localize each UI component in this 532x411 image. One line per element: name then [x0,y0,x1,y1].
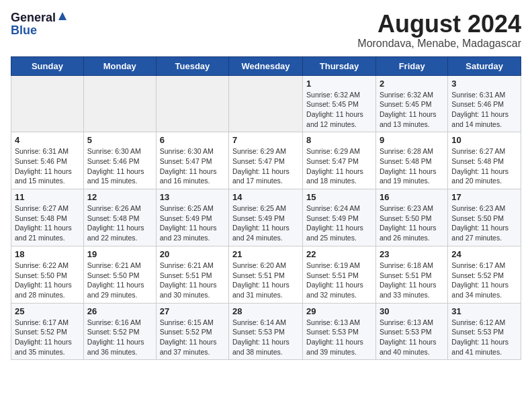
logo: General Blue [11,11,68,37]
day-number: 24 [451,249,517,259]
day-cell: 8Sunrise: 6:29 AM Sunset: 5:47 PM Daylig… [303,132,376,189]
day-info: Sunrise: 6:17 AM Sunset: 5:52 PM Dayligh… [15,318,80,357]
day-number: 21 [232,249,299,259]
day-cell: 12Sunrise: 6:26 AM Sunset: 5:48 PM Dayli… [83,189,156,246]
day-info: Sunrise: 6:30 AM Sunset: 5:47 PM Dayligh… [160,146,225,186]
day-info: Sunrise: 6:17 AM Sunset: 5:52 PM Dayligh… [451,261,517,300]
calendar-table: SundayMondayTuesdayWednesdayThursdayFrid… [11,56,521,361]
day-cell: 9Sunrise: 6:28 AM Sunset: 5:48 PM Daylig… [375,132,447,189]
day-cell: 20Sunrise: 6:21 AM Sunset: 5:51 PM Dayli… [156,246,228,303]
day-cell: 19Sunrise: 6:21 AM Sunset: 5:50 PM Dayli… [83,246,156,303]
header-friday: Friday [375,56,447,75]
day-cell: 2Sunrise: 6:32 AM Sunset: 5:45 PM Daylig… [375,75,447,132]
day-number: 16 [380,192,444,202]
week-row-4: 25Sunrise: 6:17 AM Sunset: 5:52 PM Dayli… [11,303,521,360]
day-cell: 4Sunrise: 6:31 AM Sunset: 5:46 PM Daylig… [11,132,84,189]
day-info: Sunrise: 6:29 AM Sunset: 5:47 PM Dayligh… [232,146,299,186]
day-cell [83,75,156,132]
day-number: 18 [15,249,80,259]
day-number: 10 [451,135,517,145]
day-number: 30 [380,306,444,316]
day-info: Sunrise: 6:28 AM Sunset: 5:48 PM Dayligh… [380,146,444,186]
header-thursday: Thursday [303,56,376,75]
header-monday: Monday [83,56,156,75]
day-number: 3 [451,79,517,89]
svg-marker-0 [58,12,66,20]
day-number: 12 [87,192,152,202]
day-info: Sunrise: 6:21 AM Sunset: 5:50 PM Dayligh… [87,261,152,300]
day-cell: 16Sunrise: 6:23 AM Sunset: 5:50 PM Dayli… [375,189,447,246]
day-number: 19 [87,249,152,259]
day-number: 23 [380,249,444,259]
day-cell: 1Sunrise: 6:32 AM Sunset: 5:45 PM Daylig… [303,75,376,132]
day-number: 15 [306,192,372,202]
calendar-header-row: SundayMondayTuesdayWednesdayThursdayFrid… [11,56,521,75]
logo-blue-text: Blue [11,24,37,37]
day-cell: 5Sunrise: 6:30 AM Sunset: 5:46 PM Daylig… [83,132,156,189]
day-cell: 10Sunrise: 6:27 AM Sunset: 5:48 PM Dayli… [448,132,521,189]
day-cell: 26Sunrise: 6:16 AM Sunset: 5:52 PM Dayli… [83,303,156,360]
calendar-subtitle: Morondava, Menabe, Madagascar [357,38,521,50]
day-cell: 3Sunrise: 6:31 AM Sunset: 5:46 PM Daylig… [448,75,521,132]
day-number: 29 [306,306,372,316]
day-info: Sunrise: 6:26 AM Sunset: 5:48 PM Dayligh… [87,203,152,243]
header-tuesday: Tuesday [156,56,228,75]
day-cell [229,75,303,132]
day-info: Sunrise: 6:30 AM Sunset: 5:46 PM Dayligh… [87,146,152,186]
calendar-title: August 2024 [357,11,521,38]
page-header: General Blue August 2024 Morondava, Mena… [11,11,521,50]
day-number: 27 [160,306,225,316]
day-cell: 7Sunrise: 6:29 AM Sunset: 5:47 PM Daylig… [229,132,303,189]
day-number: 22 [306,249,372,259]
day-number: 26 [87,306,152,316]
logo-general-text: General [11,11,56,24]
week-row-1: 4Sunrise: 6:31 AM Sunset: 5:46 PM Daylig… [11,132,521,189]
day-cell: 23Sunrise: 6:18 AM Sunset: 5:51 PM Dayli… [375,246,447,303]
day-info: Sunrise: 6:23 AM Sunset: 5:50 PM Dayligh… [380,203,444,243]
header-wednesday: Wednesday [229,56,303,75]
day-cell: 29Sunrise: 6:13 AM Sunset: 5:53 PM Dayli… [303,303,376,360]
week-row-2: 11Sunrise: 6:27 AM Sunset: 5:48 PM Dayli… [11,189,521,246]
day-number: 1 [306,79,372,89]
day-info: Sunrise: 6:32 AM Sunset: 5:45 PM Dayligh… [380,90,444,130]
day-number: 6 [160,135,225,145]
day-info: Sunrise: 6:32 AM Sunset: 5:45 PM Dayligh… [306,90,372,130]
day-info: Sunrise: 6:31 AM Sunset: 5:46 PM Dayligh… [15,146,80,186]
day-info: Sunrise: 6:25 AM Sunset: 5:49 PM Dayligh… [232,203,299,243]
day-cell: 27Sunrise: 6:15 AM Sunset: 5:52 PM Dayli… [156,303,228,360]
day-cell: 15Sunrise: 6:24 AM Sunset: 5:49 PM Dayli… [303,189,376,246]
day-number: 25 [15,306,80,316]
day-cell [156,75,228,132]
day-number: 8 [306,135,372,145]
day-cell: 11Sunrise: 6:27 AM Sunset: 5:48 PM Dayli… [11,189,84,246]
day-info: Sunrise: 6:12 AM Sunset: 5:53 PM Dayligh… [451,318,517,357]
day-cell: 17Sunrise: 6:23 AM Sunset: 5:50 PM Dayli… [448,189,521,246]
day-info: Sunrise: 6:13 AM Sunset: 5:53 PM Dayligh… [306,318,372,357]
week-row-0: 1Sunrise: 6:32 AM Sunset: 5:45 PM Daylig… [11,75,521,132]
day-info: Sunrise: 6:27 AM Sunset: 5:48 PM Dayligh… [15,203,80,243]
header-saturday: Saturday [448,56,521,75]
day-info: Sunrise: 6:25 AM Sunset: 5:49 PM Dayligh… [160,203,225,243]
day-info: Sunrise: 6:23 AM Sunset: 5:50 PM Dayligh… [451,203,517,243]
day-info: Sunrise: 6:13 AM Sunset: 5:53 PM Dayligh… [380,318,444,357]
title-block: August 2024 Morondava, Menabe, Madagasca… [357,11,521,50]
day-cell: 22Sunrise: 6:19 AM Sunset: 5:51 PM Dayli… [303,246,376,303]
day-cell: 14Sunrise: 6:25 AM Sunset: 5:49 PM Dayli… [229,189,303,246]
day-number: 31 [451,306,517,316]
day-number: 9 [380,135,444,145]
day-info: Sunrise: 6:29 AM Sunset: 5:47 PM Dayligh… [306,146,372,186]
day-info: Sunrise: 6:31 AM Sunset: 5:46 PM Dayligh… [451,90,517,130]
day-cell: 25Sunrise: 6:17 AM Sunset: 5:52 PM Dayli… [11,303,84,360]
day-cell: 18Sunrise: 6:22 AM Sunset: 5:50 PM Dayli… [11,246,84,303]
day-cell: 21Sunrise: 6:20 AM Sunset: 5:51 PM Dayli… [229,246,303,303]
day-info: Sunrise: 6:14 AM Sunset: 5:53 PM Dayligh… [232,318,299,357]
day-cell: 28Sunrise: 6:14 AM Sunset: 5:53 PM Dayli… [229,303,303,360]
day-number: 7 [232,135,299,145]
day-cell: 24Sunrise: 6:17 AM Sunset: 5:52 PM Dayli… [448,246,521,303]
day-info: Sunrise: 6:22 AM Sunset: 5:50 PM Dayligh… [15,261,80,300]
week-row-3: 18Sunrise: 6:22 AM Sunset: 5:50 PM Dayli… [11,246,521,303]
day-number: 17 [451,192,517,202]
day-info: Sunrise: 6:20 AM Sunset: 5:51 PM Dayligh… [232,261,299,300]
day-info: Sunrise: 6:19 AM Sunset: 5:51 PM Dayligh… [306,261,372,300]
day-number: 4 [15,135,80,145]
